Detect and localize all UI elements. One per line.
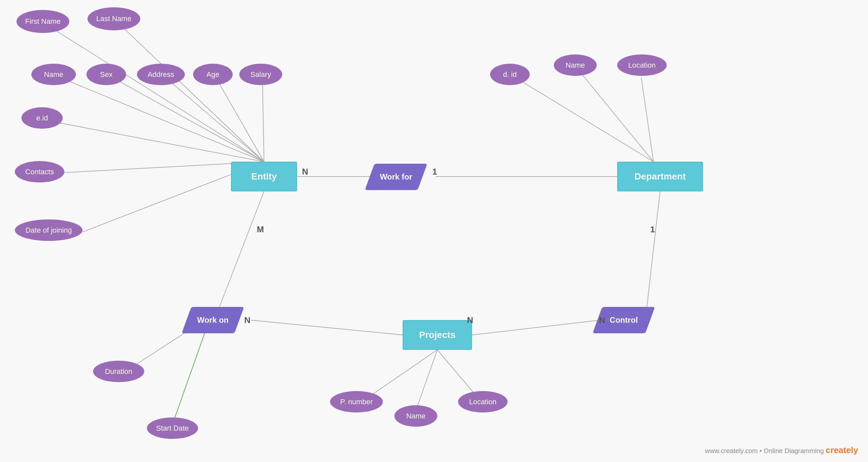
attr-did: d. id xyxy=(490,64,530,85)
label-m: M xyxy=(257,224,264,235)
attr-name-dept: Name xyxy=(554,55,597,76)
svg-line-5 xyxy=(215,75,264,162)
svg-line-15 xyxy=(219,191,264,307)
label-n1: N xyxy=(302,167,308,177)
label-n3: N xyxy=(467,315,473,326)
label-n2: N xyxy=(244,315,250,326)
entity-box-department: Department xyxy=(617,162,703,191)
svg-line-7 xyxy=(43,120,264,162)
diagram-canvas: Entity Department Projects Work for Work… xyxy=(0,0,868,462)
svg-line-4 xyxy=(163,75,264,162)
department-label: Department xyxy=(634,171,686,182)
attr-pnumber: P. number xyxy=(330,391,383,412)
svg-line-2 xyxy=(55,75,264,162)
attr-age: Age xyxy=(193,64,233,85)
attr-duration: Duration xyxy=(93,361,144,382)
attr-doj: Date of joining xyxy=(15,219,83,241)
svg-line-23 xyxy=(647,191,660,307)
label-n4: N xyxy=(599,315,605,326)
relation-workfor: Work for xyxy=(370,164,423,190)
entity-box-entity: Entity xyxy=(231,162,297,191)
attr-lastname: Last Name xyxy=(88,7,140,30)
svg-line-20 xyxy=(417,350,437,406)
svg-line-3 xyxy=(108,75,264,162)
label-1-dept: 1 xyxy=(650,224,655,235)
projects-label: Projects xyxy=(419,330,456,340)
attr-address: Address xyxy=(137,64,185,85)
creately-brand: creately xyxy=(826,445,858,455)
svg-line-1 xyxy=(115,20,264,162)
workfor-label: Work for xyxy=(380,172,412,182)
connector-lines xyxy=(0,0,868,462)
attr-sex: Sex xyxy=(87,64,126,85)
attr-name-proj: Name xyxy=(394,405,437,427)
svg-line-12 xyxy=(512,75,653,162)
attr-salary: Salary xyxy=(239,64,282,85)
svg-line-22 xyxy=(472,320,601,335)
attr-eid: e.id xyxy=(22,107,63,129)
attr-startdate: Start Date xyxy=(147,418,198,439)
attr-firstname: First Name xyxy=(17,10,69,33)
creately-watermark: www.creately.com • Online Diagramming cr… xyxy=(705,445,858,455)
creately-url: www.creately.com • Online Diagramming xyxy=(705,447,824,454)
attr-name-entity: Name xyxy=(31,64,76,85)
relation-control: Control xyxy=(597,307,650,333)
attr-location-proj: Location xyxy=(458,391,507,412)
svg-line-14 xyxy=(641,78,653,162)
attr-location-dept: Location xyxy=(617,55,667,76)
label-1-workfor: 1 xyxy=(432,167,437,177)
svg-line-13 xyxy=(576,67,653,162)
svg-line-6 xyxy=(262,75,264,162)
svg-line-18 xyxy=(251,320,403,335)
entity-box-projects: Projects xyxy=(403,320,472,350)
attr-contacts: Contacts xyxy=(15,161,64,183)
svg-line-0 xyxy=(44,23,264,162)
svg-line-17 xyxy=(174,333,205,419)
entity-label: Entity xyxy=(251,171,277,182)
control-label: Control xyxy=(610,315,638,325)
workon-label: Work on xyxy=(197,315,229,325)
relation-workon: Work on xyxy=(186,307,239,333)
